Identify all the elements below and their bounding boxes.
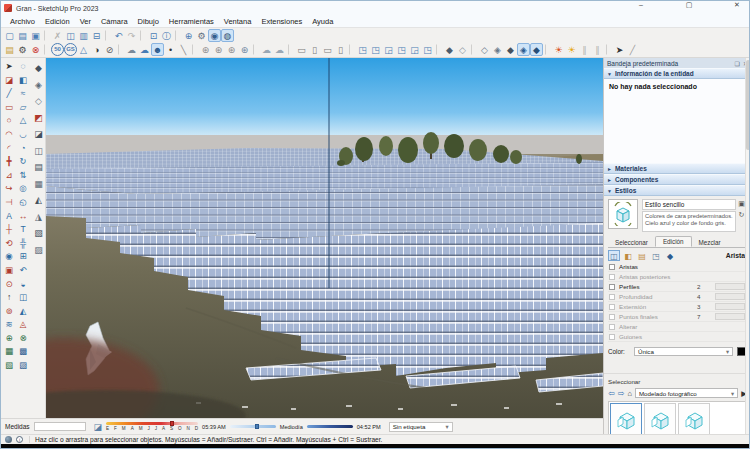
match-photo-tool[interactable]: ◬ — [16, 318, 30, 332]
face-settings-icon[interactable]: ◧ — [622, 250, 634, 261]
tab-seleccionar[interactable]: Seleccionar — [608, 238, 655, 247]
look-around-tool[interactable]: ◒ — [16, 278, 30, 292]
close-plugin-icon[interactable]: ⊗ — [29, 43, 42, 56]
measurements-input[interactable] — [34, 422, 86, 431]
frame-tool-2-icon[interactable]: ▯ — [308, 43, 321, 56]
3d-text-tool[interactable]: T — [16, 223, 30, 237]
union-tool[interactable]: ◇ — [32, 93, 45, 110]
setting-value-box[interactable] — [715, 283, 745, 290]
setting-value-box[interactable] — [715, 273, 745, 280]
time-slider-pm[interactable] — [307, 425, 353, 428]
model-viewport[interactable] — [46, 58, 603, 418]
shadows-toggle-icon[interactable]: ◪ — [94, 422, 103, 432]
array-copy-6-icon[interactable]: ◳ — [421, 43, 434, 56]
style-thumb-1[interactable] — [610, 403, 642, 435]
zoom-extents-tool[interactable]: ▣ — [2, 264, 16, 278]
cloud-upload-icon[interactable]: ☁ — [138, 43, 151, 56]
active-style-thumbnail[interactable] — [608, 199, 638, 229]
pause-2-icon[interactable]: ∥ — [591, 43, 604, 56]
outer-shell-tool[interactable]: ◆ — [32, 60, 45, 77]
style-thumb-2[interactable] — [644, 403, 676, 435]
protractor-tool[interactable]: ◵ — [16, 196, 30, 210]
sep[interactable] — [44, 44, 49, 55]
menu-item[interactable]: Herramientas — [164, 17, 219, 26]
tab-mezclar[interactable]: Mezclar — [692, 238, 728, 247]
eraser-tool[interactable]: ◪ — [2, 74, 16, 88]
array-copy-5-icon[interactable]: ◲ — [408, 43, 421, 56]
dimension-tool[interactable]: ↔ — [16, 210, 30, 224]
polygon-tool[interactable]: △ — [16, 114, 30, 128]
maximize-button[interactable]: ▢ — [683, 1, 695, 9]
setting-checkbox[interactable] — [609, 334, 615, 340]
sep[interactable] — [436, 44, 441, 55]
plugin-gs-icon[interactable]: GS — [64, 43, 77, 56]
drape-terrain-tool[interactable]: ▧ — [32, 225, 45, 242]
setting-checkbox[interactable] — [609, 324, 615, 330]
redo-icon[interactable]: ↷ — [125, 29, 138, 42]
pencil-line-icon[interactable]: ╱ — [626, 43, 639, 56]
circle-tool[interactable]: ○ — [2, 114, 16, 128]
geolocation-icon[interactable] — [5, 436, 12, 443]
frame-tool-3-icon[interactable]: ▭ — [321, 43, 334, 56]
new-style-icon[interactable]: ▣ — [738, 200, 745, 208]
soften-edges-tool[interactable]: ⊚ — [2, 305, 16, 319]
hatch-tool-icon[interactable]: ⊘ — [103, 43, 116, 56]
zoom-tool[interactable]: ◉ — [2, 250, 16, 264]
date-slider[interactable]: EFMAMJJASOND — [106, 422, 198, 431]
frame-tool-4-icon[interactable]: ▯ — [334, 43, 347, 56]
info-icon[interactable]: i — [16, 436, 23, 443]
style-thumb-3[interactable] — [678, 403, 710, 435]
forward-arrow-icon[interactable]: ⇨ — [618, 389, 625, 398]
intersect-tool[interactable]: ◈ — [32, 77, 45, 94]
scale-tool[interactable]: ⊿ — [2, 169, 16, 183]
update-style-icon[interactable]: ↻ — [739, 211, 745, 219]
materials-header[interactable]: ► Materiales ▫ — [604, 163, 750, 174]
sep[interactable] — [471, 44, 476, 55]
contrast-tool-icon[interactable]: ◑ — [90, 43, 103, 56]
view-cube-5-icon[interactable]: ◆ — [530, 43, 543, 56]
section-plane-tool[interactable]: ◫ — [16, 291, 30, 305]
fog-tool[interactable]: ≋ — [2, 318, 16, 332]
menu-item[interactable]: Archivo — [5, 17, 40, 26]
arc-tool[interactable]: ◠ — [2, 128, 16, 142]
rotated-rectangle-tool[interactable]: ▱ — [16, 101, 30, 115]
polygon-tool-icon[interactable]: △ — [77, 43, 90, 56]
user-session-icon[interactable]: ☻ — [151, 43, 164, 56]
shadows-sun-icon[interactable]: ☀ — [552, 43, 565, 56]
move-tool[interactable]: ╋ — [2, 155, 16, 169]
shadow-toggle-tool[interactable]: ◭ — [16, 305, 30, 319]
pie-tool[interactable]: ◔ — [16, 142, 30, 156]
setting-value-box[interactable] — [715, 303, 745, 310]
stamp-tool[interactable]: ▧ — [2, 359, 16, 373]
view-cube-2-icon[interactable]: ◈ — [491, 43, 504, 56]
follow-me-tool[interactable]: ↪ — [2, 182, 16, 196]
home-icon[interactable]: ⌂ — [627, 389, 632, 398]
preferences-gear-icon[interactable]: ⚙ — [16, 43, 29, 56]
text-tool[interactable]: A — [2, 210, 16, 224]
save-icon[interactable]: ▣ — [29, 29, 42, 42]
gear-tool-1-icon[interactable]: ⊛ — [199, 43, 212, 56]
cloud-sync-2-icon[interactable]: ☁ — [273, 43, 286, 56]
solid-cube-2-icon[interactable]: ◇ — [456, 43, 469, 56]
sep[interactable] — [175, 30, 180, 41]
pan-tool[interactable]: ╬ — [16, 237, 30, 251]
setting-checkbox[interactable] — [609, 314, 615, 320]
setting-checkbox[interactable] — [609, 264, 615, 270]
array-copy-2-icon[interactable]: ◳ — [369, 43, 382, 56]
array-copy-4-icon[interactable]: ◳ — [395, 43, 408, 56]
setting-value-box[interactable] — [715, 293, 745, 300]
setting-value-box[interactable] — [715, 333, 745, 340]
view-cube-4-icon[interactable]: ◈ — [517, 43, 530, 56]
setting-checkbox[interactable] — [609, 304, 615, 310]
select-tool[interactable]: ➤ — [2, 60, 16, 74]
geo-location-tool[interactable]: ⊗ — [16, 332, 30, 346]
push-pull-tool[interactable]: ⇅ — [16, 169, 30, 183]
split-tool[interactable]: ◫ — [32, 143, 45, 160]
watermark-settings-icon[interactable]: ◳ — [650, 250, 662, 261]
color-dropdown[interactable]: Única ▾ — [634, 347, 733, 356]
three-point-arc-tool[interactable]: ◜ — [2, 142, 16, 156]
menu-item[interactable]: Ver — [75, 17, 96, 26]
orbit-tool[interactable]: ⟲ — [2, 237, 16, 251]
cloud-download-icon[interactable]: ☁ — [125, 43, 138, 56]
menu-item[interactable]: Extensiones — [256, 17, 307, 26]
